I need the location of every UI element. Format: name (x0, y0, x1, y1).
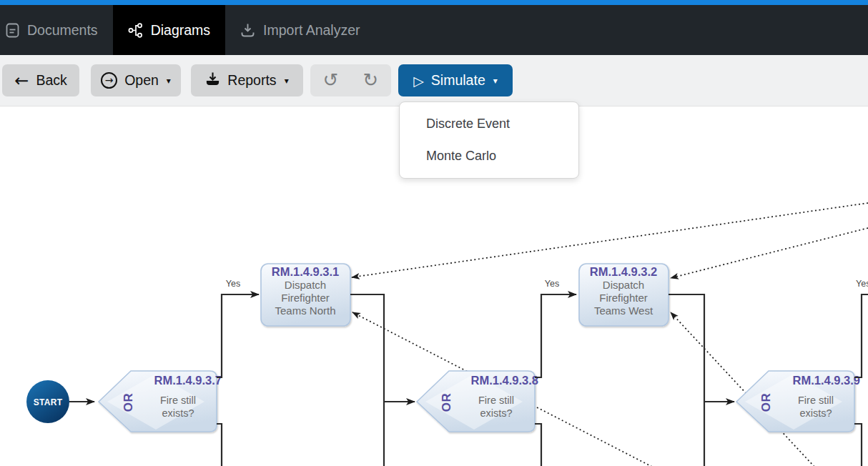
gate-operator-label: OR (759, 393, 773, 412)
tab-documents[interactable]: Documents (0, 5, 113, 55)
download-icon (205, 71, 220, 90)
task-id-label: RM.1.4.9.3.1 (272, 265, 339, 278)
chevron-down-icon: ▾ (167, 76, 171, 86)
connector-gate-1-no-down (217, 424, 222, 466)
start-label: START (34, 397, 63, 407)
menu-item-monte-carlo[interactable]: Monte Carlo (400, 140, 578, 172)
task-line2: Firefighter (599, 292, 648, 304)
menu-item-discrete-event[interactable]: Discrete Event (400, 108, 578, 140)
task-line3: Teams North (275, 304, 335, 317)
tab-label: Diagrams (151, 22, 210, 39)
task-line1: Dispatch (603, 279, 644, 291)
simulate-label: Simulate (431, 72, 485, 89)
reports-label: Reports (227, 72, 276, 89)
tab-import-analyzer[interactable]: Import Analyzer (225, 5, 375, 55)
document-icon (6, 23, 19, 38)
undo-icon[interactable]: ↺ (311, 64, 351, 96)
gate-operator-label: OR (440, 393, 453, 412)
toolbar: ← Back → Open ▾ Reports ▾ ↺ ↻ ▷ Simulate… (0, 55, 868, 106)
connector-task-2-down (669, 294, 704, 466)
gate-question-line1: Fire still (160, 395, 196, 406)
tab-label: Documents (27, 22, 98, 39)
undo-redo-group: ↺ ↻ (310, 64, 391, 96)
back-arrow-icon: ← (14, 72, 29, 89)
task-line3: Teams West (594, 304, 654, 317)
chevron-down-icon: ▾ (493, 76, 498, 86)
top-accent-bar (0, 0, 868, 5)
task-node-2[interactable]: RM.1.4.9.3.2 Dispatch Firefighter Teams … (579, 264, 669, 326)
redo-icon[interactable]: ↻ (351, 64, 391, 96)
diagram-icon (128, 23, 143, 38)
task-id-label: RM.1.4.9.3.2 (590, 265, 657, 278)
gate-id-label: RM.1.4.9.3.9 (793, 374, 860, 387)
or-gate-1[interactable]: RM.1.4.9.3.7 OR Fire still exists? (99, 371, 222, 432)
start-node[interactable]: START (26, 380, 69, 423)
or-gate-2[interactable]: RM.1.4.9.3.8 OR Fire still exists? (417, 371, 538, 432)
connector-gate-3-yes-right (854, 294, 868, 377)
open-label: Open (124, 72, 159, 89)
gate-id-label: RM.1.4.9.3.7 (154, 374, 222, 387)
simulate-button[interactable]: ▷ Simulate ▾ (398, 64, 513, 96)
task-line1: Dispatch (285, 279, 326, 291)
open-circle-arrow-icon: → (101, 72, 117, 89)
back-button[interactable]: ← Back (2, 64, 79, 96)
task-line2: Firefighter (281, 292, 330, 304)
import-icon (240, 23, 255, 38)
tab-diagrams[interactable]: Diagrams (113, 5, 225, 55)
gate-question-line2: exists? (480, 407, 512, 419)
gate-operator-label: OR (122, 393, 135, 412)
feedback-connector-to-task-2-top (671, 228, 868, 278)
back-label: Back (36, 72, 66, 89)
play-icon: ▷ (413, 73, 424, 89)
yes-branch-label-1: Yes (226, 279, 240, 289)
gate-question-line2: exists? (799, 407, 832, 419)
gate-question-line2: exists? (162, 407, 194, 419)
gate-question-line1: Fire still (478, 395, 514, 406)
open-button[interactable]: → Open ▾ (91, 64, 181, 96)
task-node-1[interactable]: RM.1.4.9.3.1 Dispatch Firefighter Teams … (261, 264, 350, 326)
simulate-menu: Discrete Event Monte Carlo (399, 101, 579, 179)
connector-gate-3-no-down (854, 424, 862, 466)
gate-id-label: RM.1.4.9.3.8 (471, 374, 538, 387)
chevron-down-icon: ▾ (285, 76, 289, 86)
reports-button[interactable]: Reports ▾ (191, 64, 303, 96)
tab-label: Import Analyzer (263, 22, 360, 39)
or-gate-3[interactable]: RM.1.4.9.3.9 OR Fire still exists? (736, 371, 860, 432)
connector-gate-2-yes-to-task-2 (535, 294, 576, 377)
app-navbar: Documents Diagrams Import Analyzer (0, 5, 868, 55)
yes-branch-label-3: Yes (856, 279, 868, 289)
yes-branch-label-2: Yes (545, 279, 559, 289)
connector-gate-2-no-down (535, 424, 541, 466)
connector-gate-1-yes-to-task-1 (217, 294, 259, 377)
gate-question-line1: Fire still (798, 395, 834, 406)
